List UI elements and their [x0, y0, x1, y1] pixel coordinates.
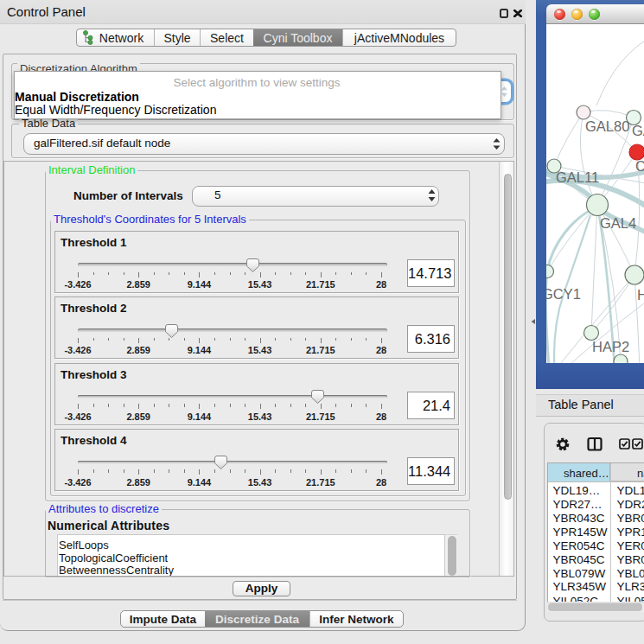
svg-text:GAL11: GAL11	[556, 169, 599, 185]
svg-text:H: H	[637, 287, 644, 303]
svg-text:GAL4: GAL4	[600, 215, 636, 231]
svg-text:C: C	[635, 158, 644, 174]
svg-text:GCY1: GCY1	[546, 286, 581, 302]
svg-text:GAL80: GAL80	[585, 118, 629, 134]
svg-text:GA: GA	[632, 123, 644, 138]
svg-text:HAP2: HAP2	[592, 339, 629, 354]
